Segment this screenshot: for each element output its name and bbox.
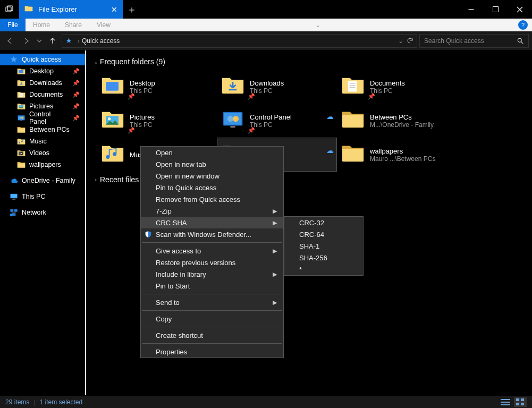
ribbon-expand-icon[interactable]: ⌄ xyxy=(311,21,325,29)
menu-item-copy[interactable]: Copy xyxy=(141,313,283,325)
menu-item-restore-previous-versions[interactable]: Restore previous versions xyxy=(141,257,283,268)
folder-tile-desktop[interactable]: DesktopThis PC📌 xyxy=(97,70,217,104)
ribbon-tab-share[interactable]: Share xyxy=(57,19,89,31)
tree-item-network[interactable]: Network xyxy=(0,207,85,218)
maximize-button[interactable] xyxy=(483,0,508,19)
tree-item-wallpapers[interactable]: wallpapers xyxy=(0,159,85,171)
menu-item-pin-to-start[interactable]: Pin to Start xyxy=(141,280,283,292)
tree-item-this-pc[interactable]: This PC xyxy=(0,191,85,202)
svg-rect-1 xyxy=(7,6,13,11)
svg-line-7 xyxy=(521,41,523,44)
pin-icon: 📌 xyxy=(72,80,80,87)
context-submenu[interactable]: CRC-32CRC-64SHA-1SHA-256* xyxy=(284,216,364,276)
nav-recent-dropdown[interactable] xyxy=(35,34,44,48)
svg-point-46 xyxy=(227,116,233,122)
address-location: Quick access xyxy=(82,37,120,45)
tree-label: Documents xyxy=(29,91,63,98)
nav-bar: › Quick access ⌄ Search Quick access xyxy=(0,31,532,50)
desktop-icon xyxy=(101,75,124,98)
menu-item-properties[interactable]: Properties xyxy=(141,346,283,358)
nav-back-button[interactable] xyxy=(3,34,17,48)
svg-rect-31 xyxy=(14,209,18,212)
svg-rect-24 xyxy=(19,152,19,156)
menu-item-create-shortcut[interactable]: Create shortcut xyxy=(141,329,283,341)
pin-icon: 📌 xyxy=(248,127,255,134)
context-menu[interactable]: OpenOpen in new tabOpen in new windowPin… xyxy=(140,146,284,358)
tree-label: Quick access xyxy=(22,56,61,63)
menu-item-scan-with-windows-defender-[interactable]: Scan with Windows Defender... xyxy=(141,228,283,240)
submenu-item-crc-64[interactable]: CRC-64 xyxy=(284,228,363,240)
view-large-icons-button[interactable] xyxy=(514,397,527,407)
menu-label: Pin to Quick access xyxy=(156,184,216,192)
ribbon-tab-home[interactable]: Home xyxy=(26,19,57,31)
menu-label: * xyxy=(299,266,302,274)
folder-tile-downloads[interactable]: DownloadsThis PC📌 xyxy=(217,70,337,104)
pin-icon: 📌 xyxy=(368,93,375,100)
menu-item-include-in-library[interactable]: Include in library▶ xyxy=(141,268,283,280)
menu-item-open-in-new-tab[interactable]: Open in new tab xyxy=(141,158,283,170)
view-details-button[interactable] xyxy=(499,397,512,407)
address-dropdown-icon[interactable]: ⌄ xyxy=(398,37,403,45)
tree-item-desktop[interactable]: Desktop📌 xyxy=(0,65,85,77)
menu-item-crc-sha[interactable]: CRC SHA▶ xyxy=(141,217,283,228)
menu-item-open-in-new-window[interactable]: Open in new window xyxy=(141,170,283,182)
nav-up-button[interactable] xyxy=(46,34,60,48)
refresh-icon[interactable] xyxy=(407,37,413,44)
menu-label: Create shortcut xyxy=(156,332,203,339)
submenu-item-crc-32[interactable]: CRC-32 xyxy=(284,217,363,228)
menu-item-open[interactable]: Open xyxy=(141,147,283,158)
tile-name: wallpapers xyxy=(370,147,435,155)
thispc-icon xyxy=(10,192,18,201)
menu-item-send-to[interactable]: Send to▶ xyxy=(141,296,283,308)
ribbon-tab-view[interactable]: View xyxy=(89,19,118,31)
submenu-item-sha-256[interactable]: SHA-256 xyxy=(284,252,363,264)
window-icon xyxy=(0,0,19,19)
close-window-button[interactable] xyxy=(508,0,532,19)
minimize-button[interactable] xyxy=(459,0,483,19)
tree-item-quick-access[interactable]: Quick access xyxy=(0,54,85,65)
menu-label: 7-Zip xyxy=(156,207,172,215)
svg-point-47 xyxy=(233,116,239,122)
search-icon[interactable] xyxy=(517,37,524,45)
folder-tile-wallpapers[interactable]: ☁wallpapersMauro ...\Between PCs xyxy=(337,138,457,172)
svg-rect-36 xyxy=(111,91,114,93)
new-tab-button[interactable]: ＋ xyxy=(123,0,141,19)
tree-item-between-pcs[interactable]: Between PCs xyxy=(0,124,85,135)
svg-rect-12 xyxy=(20,93,23,97)
help-icon[interactable]: ? xyxy=(518,20,528,30)
section-frequent[interactable]: ⌄ Frequent folders (9) xyxy=(91,54,532,70)
tab-file-explorer[interactable]: File Explorer ✕ xyxy=(19,0,123,19)
folder-tile-between-pcs[interactable]: ☁Between PCsM...\OneDrive - Family xyxy=(337,104,457,138)
menu-item-give-access-to[interactable]: Give access to▶ xyxy=(141,245,283,257)
submenu-item-sha-1[interactable]: SHA-1 xyxy=(284,240,363,252)
search-box[interactable]: Search Quick access xyxy=(419,34,529,48)
folder-tile-control-panel[interactable]: Control PanelThis PC📌 xyxy=(217,104,337,138)
svg-rect-28 xyxy=(13,199,15,199)
address-bar[interactable]: › Quick access ⌄ xyxy=(62,34,417,48)
tree-item-onedrive---family[interactable]: OneDrive - Family xyxy=(0,175,85,186)
tree-item-documents[interactable]: Documents📌 xyxy=(0,89,85,100)
close-tab-icon[interactable]: ✕ xyxy=(111,5,117,14)
cloud-icon: ☁ xyxy=(326,146,334,155)
menu-label: CRC-64 xyxy=(299,231,324,239)
menu-item-7-zip[interactable]: 7-Zip▶ xyxy=(141,205,283,217)
folder-tile-documents[interactable]: DocumentsThis PC📌 xyxy=(337,70,457,104)
folder-tile-pictures[interactable]: PicturesThis PC📌 xyxy=(97,104,217,138)
section-title: Recent files xyxy=(100,175,139,184)
tile-sub: M...\OneDrive - Family xyxy=(370,121,434,129)
svg-rect-52 xyxy=(501,399,510,400)
tree-item-videos[interactable]: Videos xyxy=(0,147,85,159)
svg-rect-53 xyxy=(501,402,510,403)
menu-item-pin-to-quick-access[interactable]: Pin to Quick access xyxy=(141,182,283,193)
menu-label: Scan with Windows Defender... xyxy=(156,231,251,239)
submenu-item--[interactable]: * xyxy=(284,264,363,275)
tree-item-control-panel[interactable]: Control Panel📌 xyxy=(0,112,85,124)
nav-forward-button[interactable] xyxy=(19,34,33,48)
menu-item-remove-from-quick-access[interactable]: Remove from Quick access xyxy=(141,193,283,205)
downloads-icon xyxy=(221,75,244,98)
menu-label: Give access to xyxy=(156,247,201,255)
tree-item-downloads[interactable]: Downloads📌 xyxy=(0,77,85,89)
menu-label: Send to xyxy=(156,299,180,307)
file-menu[interactable]: File xyxy=(0,19,26,31)
tree-item-music[interactable]: Music xyxy=(0,135,85,147)
